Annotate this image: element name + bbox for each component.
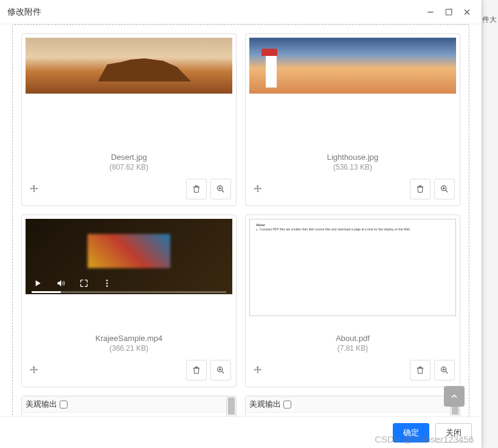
file-preview [26, 38, 232, 135]
scrollbar[interactable] [226, 396, 236, 416]
delete-button[interactable] [410, 179, 431, 199]
play-button[interactable] [32, 277, 44, 289]
file-preview: About Compact PDF files are smaller than… [249, 219, 456, 316]
delete-button[interactable] [410, 360, 431, 381]
scroll-top-button[interactable] [444, 386, 465, 407]
fullscreen-icon [79, 278, 89, 288]
svg-rect-0 [446, 9, 451, 15]
delete-button[interactable] [186, 179, 207, 199]
file-meta: Lighthouse.jpg (536.13 KB) [249, 148, 456, 176]
titlebar: 修改附件 [0, 0, 482, 24]
svg-point-5 [106, 285, 108, 287]
file-grid: Desert.jpg (807.62 KB) [21, 33, 460, 416]
file-size: (807.62 KB) [26, 163, 232, 171]
move-icon [29, 365, 39, 375]
output-card: 美观输出 {"msg":"Failed to convert [21, 396, 237, 416]
file-drop-area[interactable]: Desert.jpg (807.62 KB) [12, 24, 469, 416]
ok-button[interactable]: 确定 [393, 423, 429, 443]
svg-point-4 [106, 283, 108, 284]
file-meta: About.pdf (7.81 KB) [249, 329, 456, 357]
close-icon [462, 7, 472, 17]
file-actions [249, 176, 456, 202]
zoom-button[interactable] [210, 179, 231, 199]
more-button[interactable] [101, 277, 113, 289]
pretty-output-label: 美观输出 [26, 399, 57, 410]
pdf-thumbnail[interactable]: About Compact PDF files are smaller than… [249, 219, 456, 316]
pdf-text-line: Compact PDF files are smaller than their… [256, 227, 449, 232]
output-card: 美观输出 {"msg":"Failed to convert [245, 396, 460, 416]
more-vertical-icon [102, 278, 112, 288]
image-thumbnail [249, 38, 456, 94]
file-name: About.pdf [249, 334, 456, 343]
minimize-button[interactable] [423, 5, 438, 19]
file-actions [26, 357, 232, 383]
drag-handle[interactable] [27, 363, 41, 377]
background-panel [482, 0, 498, 448]
zoom-button[interactable] [434, 179, 455, 199]
delete-button[interactable] [186, 360, 207, 381]
minimize-icon [426, 7, 435, 17]
video-controls [32, 277, 226, 289]
pretty-output-label: 美观输出 [249, 399, 281, 410]
file-meta: Desert.jpg (807.62 KB) [26, 148, 232, 176]
drag-handle[interactable] [251, 363, 265, 377]
file-card: KrajeeSample.mp4 (366.21 KB) [21, 215, 237, 387]
close-button[interactable] [460, 5, 474, 19]
drag-handle[interactable] [251, 182, 265, 196]
trash-icon [415, 184, 425, 194]
image-thumbnail [26, 38, 232, 94]
maximize-button[interactable] [441, 5, 456, 19]
modal-footer: 确定 关闭 [0, 416, 482, 448]
move-icon [253, 184, 263, 194]
file-size: (366.21 KB) [26, 344, 232, 353]
file-preview [249, 38, 456, 135]
zoom-button[interactable] [434, 360, 455, 381]
trash-icon [192, 365, 201, 375]
file-name: Desert.jpg [26, 153, 232, 162]
move-icon [253, 365, 263, 375]
window-title: 修改附件 [7, 7, 420, 18]
zoom-in-icon [216, 365, 226, 375]
zoom-in-icon [440, 365, 449, 375]
pretty-output-checkbox[interactable] [60, 401, 67, 408]
file-actions [249, 357, 456, 383]
video-progress[interactable] [32, 291, 226, 293]
file-name: Lighthouse.jpg [249, 153, 456, 162]
output-header: 美观输出 [22, 396, 236, 413]
file-actions [26, 176, 232, 202]
svg-point-3 [106, 280, 108, 281]
trash-icon [192, 184, 201, 194]
file-preview [26, 219, 232, 294]
modal-edit-attachments: 修改附件 Desert.jpg (807.62 KB) [0, 0, 482, 448]
video-thumbnail[interactable] [26, 219, 232, 294]
output-header: 美观输出 [246, 396, 460, 413]
file-size: (7.81 KB) [249, 344, 456, 353]
zoom-in-icon [216, 184, 226, 194]
volume-icon [56, 278, 66, 288]
drag-handle[interactable] [27, 182, 41, 196]
cancel-button[interactable]: 关闭 [435, 423, 472, 443]
pdf-heading: About [256, 223, 449, 227]
trash-icon [415, 365, 425, 375]
modal-content: Desert.jpg (807.62 KB) [0, 24, 482, 416]
zoom-button[interactable] [210, 360, 231, 381]
fullscreen-button[interactable] [78, 277, 90, 289]
file-meta: KrajeeSample.mp4 (366.21 KB) [26, 329, 232, 357]
zoom-in-icon [440, 184, 449, 194]
background-text-fragment: 件大 [482, 15, 497, 25]
chevron-up-icon [449, 391, 459, 401]
file-card: Lighthouse.jpg (536.13 KB) [245, 33, 460, 206]
file-card: Desert.jpg (807.62 KB) [21, 33, 237, 206]
volume-button[interactable] [55, 277, 67, 289]
file-size: (536.13 KB) [249, 163, 456, 171]
expand-icon [444, 7, 454, 17]
move-icon [29, 184, 39, 194]
play-icon [33, 278, 43, 288]
file-card: About Compact PDF files are smaller than… [245, 215, 460, 387]
file-name: KrajeeSample.mp4 [26, 334, 232, 343]
pretty-output-checkbox[interactable] [283, 401, 291, 408]
